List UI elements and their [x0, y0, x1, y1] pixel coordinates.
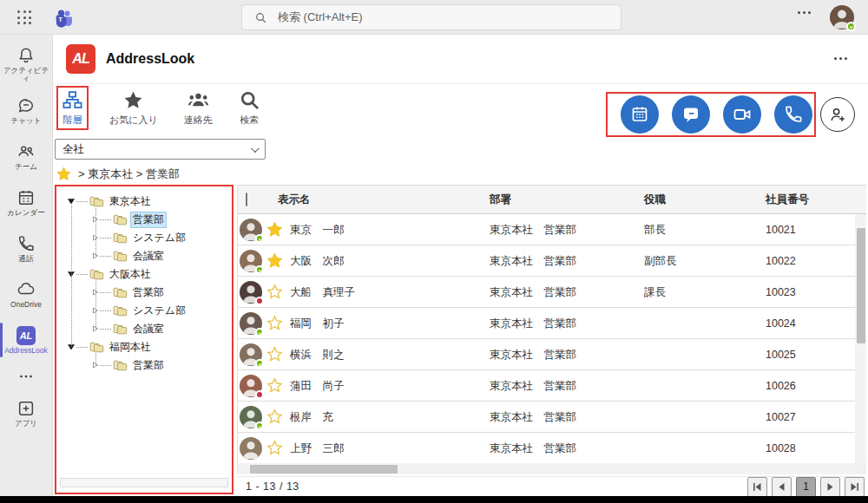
scrollbar-corner [855, 463, 866, 474]
horizontal-scrollbar[interactable] [238, 463, 855, 474]
tree-node-label: システム部 [130, 303, 188, 319]
folder-icon [113, 251, 128, 262]
rail-item-カレンダー[interactable]: カレンダー [0, 180, 52, 225]
app-more-button[interactable] [834, 57, 847, 60]
add-contact-button[interactable] [820, 97, 855, 132]
voice-call-button[interactable] [774, 95, 812, 134]
chat-button[interactable] [672, 95, 710, 134]
column-header-dept[interactable]: 部署 [483, 193, 637, 207]
search-input[interactable]: 検索 (Ctrl+Alt+E) [241, 4, 621, 30]
folder-icon [113, 232, 128, 244]
rail-item-more[interactable] [0, 363, 52, 389]
tab-お気に入り[interactable]: お気に入り [104, 86, 163, 130]
tab-階層[interactable]: 階層 [56, 86, 89, 130]
cell-employee-number: 10024 [759, 317, 855, 330]
tree-node-label: 営業部 [130, 212, 167, 228]
tree-node-label: 会議室 [130, 321, 167, 337]
prev-page-button[interactable] [772, 477, 792, 497]
first-page-button[interactable] [747, 477, 767, 497]
teams-logo-icon[interactable]: T [54, 7, 75, 28]
table-row[interactable]: 横浜 則之東京本社 営業部10025 [238, 339, 855, 370]
cell-employee-number: 10025 [759, 349, 855, 361]
pagination-count: 1 - 13 / 13 [246, 480, 299, 493]
last-page-button[interactable] [845, 477, 865, 497]
rail-item-OneDrive[interactable]: OneDrive [0, 271, 52, 317]
presence-available-icon [255, 234, 264, 243]
scope-select[interactable]: 全社 [55, 139, 266, 160]
column-header-name[interactable]: 表示名 [276, 193, 483, 207]
cell-department: 東京本社 営業部 [483, 254, 637, 269]
tree-node-福岡本社[interactable]: 福岡本社 [56, 338, 232, 356]
tree-node-営業部[interactable]: 営業部 [56, 284, 232, 302]
tree-node-label: 福岡本社 [107, 339, 154, 356]
rail-item-アプリ[interactable]: アプリ [0, 390, 52, 435]
tree-node-システム部[interactable]: システム部 [56, 302, 232, 320]
horizontal-scrollbar-thumb[interactable] [250, 465, 398, 474]
favorite-star-outline-icon[interactable] [266, 439, 284, 457]
table-body: 東京 一郎東京本社 営業部部長10021大阪 次郎東京本社 営業部副部長1002… [238, 214, 855, 463]
select-all-checkbox[interactable] [246, 193, 247, 206]
favorite-star-outline-icon[interactable] [266, 376, 284, 395]
table-row[interactable]: 根岸 充東京本社 営業部10027 [238, 402, 855, 433]
user-avatar[interactable] [830, 5, 854, 29]
tree-node-会議室[interactable]: 会議室 [56, 247, 232, 265]
table-row[interactable]: 福岡 初子東京本社 営業部10024 [238, 308, 855, 339]
vertical-scrollbar-thumb[interactable] [857, 228, 865, 343]
vertical-scrollbar[interactable] [855, 214, 866, 463]
tree-node-営業部[interactable]: 営業部 [56, 211, 232, 229]
favorite-star-outline-icon[interactable] [266, 283, 284, 301]
tab-連絡先[interactable]: 連絡先 [179, 86, 218, 130]
table-row[interactable]: 大阪 次郎東京本社 営業部副部長10022 [238, 245, 855, 277]
table-header: 表示名 部署 役職 社員番号 [238, 185, 866, 214]
current-page-button[interactable]: 1 [796, 477, 816, 497]
favorite-star-outline-icon[interactable] [266, 345, 284, 363]
rail-item-通話[interactable]: 通話 [0, 225, 52, 271]
rail-item-チャット[interactable]: チャット [0, 88, 52, 133]
next-page-button[interactable] [820, 477, 840, 497]
topbar-more-button[interactable] [798, 11, 811, 14]
tree-horizontal-scrollbar[interactable] [60, 478, 228, 487]
table-row[interactable]: 東京 一郎東京本社 営業部部長10021 [238, 214, 855, 245]
tree-node-会議室[interactable]: 会議室 [56, 320, 232, 338]
table-row[interactable]: 蒲田 尚子東京本社 営業部10026 [238, 370, 855, 402]
rail-item-チーム[interactable]: チーム [0, 134, 52, 179]
column-header-role[interactable]: 役職 [637, 193, 759, 207]
rail-item-アクティビティ[interactable]: アクティビティ [0, 42, 52, 87]
tree-node-東京本社[interactable]: 東京本社 [56, 193, 232, 211]
cell-employee-number: 10027 [759, 411, 855, 423]
tree-expanded-icon[interactable] [67, 197, 76, 206]
favorite-star-filled-icon[interactable] [266, 252, 284, 270]
rail-item-AddressLook[interactable]: ALAddressLook [0, 317, 52, 363]
tab-検索[interactable]: 検索 [233, 86, 266, 130]
cell-employee-number: 10022 [759, 255, 855, 267]
contacts-icon [187, 89, 209, 111]
favorite-star-outline-icon[interactable] [266, 314, 284, 332]
search-icon [239, 89, 260, 111]
video-call-button[interactable] [723, 95, 761, 134]
meeting-button[interactable] [621, 95, 659, 134]
table-row[interactable]: 上野 三郎東京本社 営業部10028 [238, 433, 855, 463]
tree-node-営業部[interactable]: 営業部 [56, 356, 232, 375]
tab-label: お気に入り [109, 114, 158, 127]
column-header-empno[interactable]: 社員番号 [759, 193, 866, 207]
contact-avatar [240, 250, 262, 272]
favorite-star-outline-icon[interactable] [266, 408, 284, 426]
tree-node-システム部[interactable]: システム部 [56, 229, 232, 247]
tree-node-大阪本社[interactable]: 大阪本社 [56, 265, 232, 284]
tree-connector-line [71, 206, 72, 347]
presence-available-icon [255, 328, 264, 336]
waffle-menu-icon[interactable] [17, 10, 32, 25]
folder-icon [113, 360, 128, 371]
calendar-icon [16, 188, 36, 207]
tab-label: 連絡先 [184, 114, 213, 127]
teams-top-bar: T 検索 (Ctrl+Alt+E) [0, 0, 868, 35]
video-camera-icon [732, 104, 753, 125]
org-tree-panel: 東京本社営業部システム部会議室大阪本社営業部システム部会議室福岡本社営業部 [55, 185, 233, 494]
app-header: AL AddressLook [53, 35, 868, 84]
pagination-buttons: 1 [747, 477, 865, 497]
cell-department: 東京本社 営業部 [483, 317, 637, 331]
table-row[interactable]: 大船 真理子東京本社 営業部課長10023 [238, 277, 855, 308]
teams-app-rail: アクティビティチャットチームカレンダー通話OneDriveALAddressLo… [0, 35, 52, 496]
favorite-star-filled-icon[interactable] [266, 220, 284, 238]
first-page-icon [753, 482, 762, 492]
